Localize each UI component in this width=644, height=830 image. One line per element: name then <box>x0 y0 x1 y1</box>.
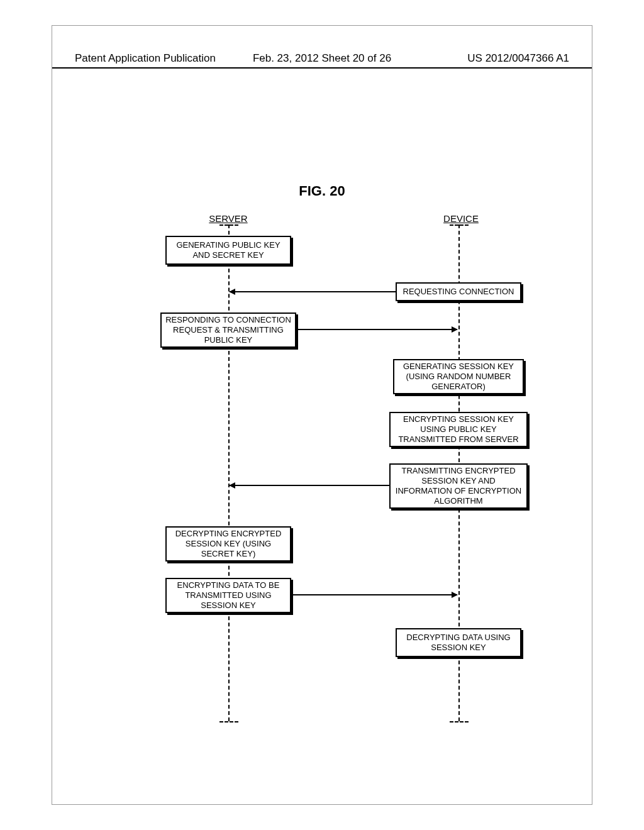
step-generate-session-key: GENERATING SESSION KEY (USING RANDOM NUM… <box>393 359 524 394</box>
page-frame: Patent Application Publication Feb. 23, … <box>52 25 592 805</box>
sequence-diagram: SERVER DEVICE GENERATING PUBLIC KEY AND … <box>109 213 536 729</box>
step-encrypt-data: ENCRYPTING DATA TO BE TRANSMITTED USING … <box>165 578 291 613</box>
lifeline-cap <box>450 224 469 226</box>
arrow-request-connection <box>230 291 396 292</box>
lifeline-cap <box>219 224 238 226</box>
lane-label-device: DEVICE <box>430 213 492 224</box>
step-encrypt-session-key: ENCRYPTING SESSION KEY USING PUBLIC KEY … <box>389 412 528 447</box>
arrow-transmit-session-key <box>230 485 389 486</box>
lane-label-server: SERVER <box>197 213 260 224</box>
lifeline-server <box>228 224 230 721</box>
arrow-transmit-public-key <box>297 329 457 330</box>
header-publication: Patent Application Publication <box>75 52 238 65</box>
step-generate-keys: GENERATING PUBLIC KEY AND SECRET KEY <box>165 236 291 265</box>
step-respond-transmit-public-key: RESPONDING TO CONNECTION REQUEST & TRANS… <box>160 313 296 348</box>
arrow-transmit-encrypted-data <box>292 594 457 595</box>
header-date-sheet: Feb. 23, 2012 Sheet 20 of 26 <box>238 52 406 65</box>
step-decrypt-data: DECRYPTING DATA USING SESSION KEY <box>396 628 521 657</box>
step-request-connection: REQUESTING CONNECTION <box>396 282 521 301</box>
lifeline-cap <box>219 721 238 722</box>
lifeline-cap <box>450 721 469 722</box>
header-patent-number: US 2012/0047366 A1 <box>406 52 569 65</box>
page-header: Patent Application Publication Feb. 23, … <box>52 52 592 69</box>
step-transmit-encrypted-session-key: TRANSMITTING ENCRYPTED SESSION KEY AND I… <box>389 463 528 509</box>
figure-title: FIG. 20 <box>52 183 592 199</box>
step-decrypt-session-key: DECRYPTING ENCRYPTED SESSION KEY (USING … <box>165 526 291 562</box>
